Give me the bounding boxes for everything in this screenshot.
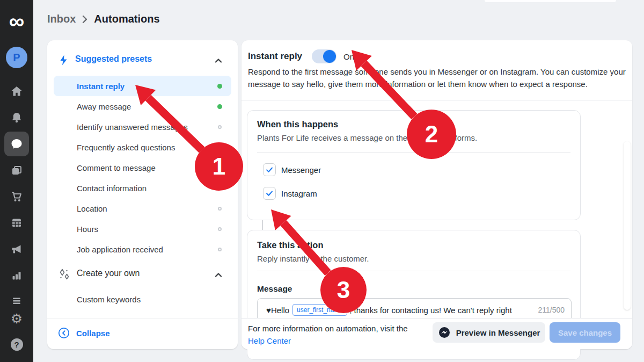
meta-logo-icon[interactable]: ∞ — [0, 9, 33, 33]
sidebar-item-label: Hours — [77, 225, 98, 234]
sidebar-item-label: Away message — [77, 102, 131, 111]
main-footer: For more information on automation, visi… — [241, 318, 632, 349]
insights-chart-icon[interactable] — [0, 266, 33, 285]
sidebar-item-label: Location — [77, 204, 107, 213]
sidebar-item-custom-keywords[interactable]: Custom keywords — [77, 291, 141, 308]
sidebar-item-label: Job application received — [77, 245, 163, 254]
create-your-own-header[interactable]: Create your own — [47, 266, 238, 283]
lightning-bolt-icon — [59, 55, 68, 68]
status-dot-off — [218, 207, 222, 211]
sidebar-item-instant-reply[interactable]: Instant reply — [54, 76, 231, 96]
suggested-presets-label: Suggested presets — [75, 54, 152, 64]
header-divider — [241, 100, 632, 100]
planner-calendar-icon[interactable] — [0, 214, 33, 232]
preview-button-label: Preview in Messenger — [456, 328, 540, 337]
sidebar-item-frequently-asked-questions[interactable]: Frequently asked questions — [54, 137, 231, 157]
status-dot-off — [218, 227, 222, 231]
sidebar-item-contact-information[interactable]: Contact information — [54, 178, 231, 198]
inbox-chat-selected[interactable] — [4, 132, 29, 156]
preset-list: Instant replyAway messageIdentify unansw… — [47, 76, 238, 259]
commerce-cart-icon[interactable] — [0, 187, 33, 206]
breadcrumb-chevron-icon — [82, 15, 88, 24]
sidebar-item-label: Frequently asked questions — [77, 143, 175, 152]
card-divider — [257, 152, 570, 153]
when-card-title: When this happens — [257, 119, 338, 129]
checkbox-label: Instagram — [281, 189, 317, 198]
sidebar-item-label: Identify unanswered messages — [77, 122, 188, 132]
status-dot-off — [218, 248, 222, 251]
feature-description: Respond to the first message someone sen… — [248, 66, 629, 90]
footer-info-text: For more information on automation, visi… — [248, 324, 408, 333]
status-dot-off — [218, 166, 222, 170]
sidebar-item-identify-unanswered-messages[interactable]: Identify unanswered messages — [54, 117, 231, 137]
sparkles-icon — [58, 269, 70, 283]
when-this-happens-card: When this happens Plants For Life receiv… — [247, 110, 581, 220]
chat-bubble-icon — [10, 137, 24, 151]
help-icon[interactable]: ? — [0, 335, 33, 353]
sidebar-item-comment-to-message[interactable]: Comment to message — [54, 157, 231, 178]
instant-reply-toggle[interactable] — [312, 49, 336, 63]
messenger-icon — [438, 326, 451, 339]
character-counter: 211/500 — [533, 306, 565, 314]
sidebar-item-label: Contact information — [77, 184, 147, 193]
sidebar-divider — [47, 318, 238, 318]
checkbox-instagram[interactable]: Instagram — [263, 187, 317, 200]
ads-megaphone-icon[interactable] — [0, 240, 33, 258]
top-edge-highlight — [485, 0, 616, 2]
message-prefix: ♥Hello — [266, 306, 289, 315]
content-posts-icon[interactable] — [0, 161, 33, 179]
status-dot-off — [218, 186, 222, 190]
action-card-title: Take this action — [257, 240, 323, 250]
status-dot-on — [217, 84, 222, 89]
toggle-state-label: On — [343, 52, 354, 61]
user-first-name-token: user_first_name — [292, 304, 347, 316]
checkbox-messenger[interactable]: Messenger — [263, 163, 321, 176]
app-rail: ∞ P ⚙ ? — [0, 0, 33, 362]
breadcrumb-inbox[interactable]: Inbox — [47, 13, 76, 25]
sidebar-item-away-message[interactable]: Away message — [54, 96, 231, 117]
message-suffix: , thanks for contacting us! We can't rep… — [349, 306, 512, 315]
checkbox-label: Messenger — [281, 165, 321, 175]
suggested-presets-header[interactable]: Suggested presets — [47, 52, 238, 69]
help-center-link[interactable]: Help Center — [248, 336, 291, 345]
main-panel: Instant reply On Respond to the first me… — [241, 40, 632, 349]
checkbox-checked-icon — [263, 163, 276, 176]
breadcrumb: Inbox Automations — [47, 13, 160, 25]
settings-gear-icon[interactable]: ⚙ — [0, 309, 33, 328]
save-changes-button[interactable]: Save changes — [550, 322, 620, 343]
chevron-up-icon[interactable] — [214, 271, 223, 280]
custom-keywords-label: Custom keywords — [77, 295, 141, 304]
avatar-letter: P — [13, 52, 20, 64]
checkbox-checked-icon — [263, 187, 276, 200]
avatar[interactable]: P — [6, 47, 27, 68]
page-title: Instant reply — [248, 51, 302, 62]
sidebar-item-hours[interactable]: Hours — [54, 219, 231, 239]
status-dot-off — [218, 125, 222, 129]
message-label: Message — [257, 284, 292, 294]
presets-sidebar: Suggested presets Instant replyAway mess… — [47, 40, 238, 349]
toggle-knob — [323, 50, 336, 63]
footer-info: For more information on automation, visi… — [248, 322, 408, 347]
breadcrumb-automations: Automations — [94, 13, 159, 25]
home-icon[interactable] — [0, 82, 33, 100]
status-dot-off — [218, 146, 222, 149]
status-dot-on — [217, 104, 222, 109]
collapse-label: Collapse — [76, 329, 110, 338]
notifications-bell-icon[interactable] — [0, 108, 33, 127]
collapse-button[interactable]: Collapse — [58, 324, 110, 342]
card-connector-line — [262, 220, 263, 230]
create-your-own-label: Create your own — [77, 269, 140, 278]
preview-in-messenger-button[interactable]: Preview in Messenger — [433, 322, 545, 343]
when-card-subtitle: Plants For Life receives a message on th… — [257, 133, 477, 142]
scrollbar-thumb[interactable] — [624, 141, 631, 310]
collapse-circle-chevron-icon — [58, 327, 70, 339]
sidebar-item-location[interactable]: Location — [54, 198, 231, 219]
all-tools-menu-icon[interactable] — [0, 292, 33, 310]
sidebar-item-job-application-received[interactable]: Job application received — [54, 239, 231, 259]
chevron-up-icon[interactable] — [214, 56, 223, 66]
sidebar-item-label: Comment to message — [77, 163, 156, 172]
sidebar-item-label: Instant reply — [77, 82, 125, 91]
action-card-subtitle: Reply instantly to the customer. — [257, 254, 369, 263]
card-divider — [257, 271, 570, 271]
